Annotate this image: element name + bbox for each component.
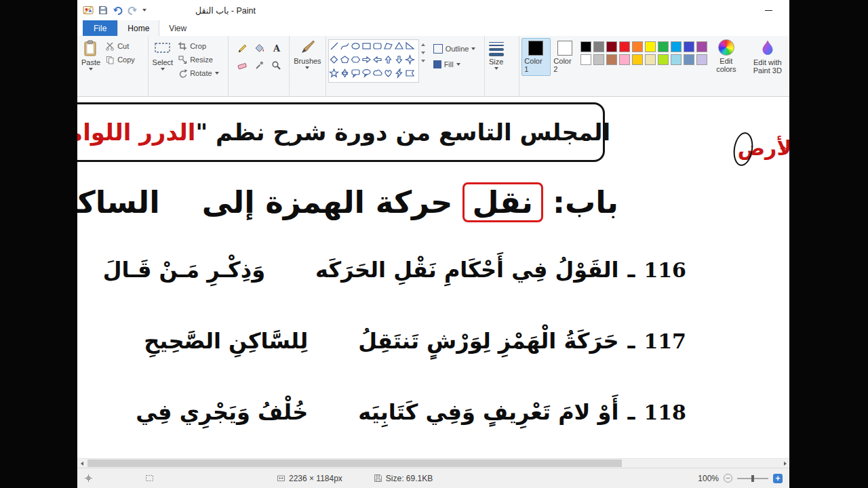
tab-file[interactable]: File: [83, 20, 117, 36]
edit-colors-button[interactable]: Edit colors: [709, 38, 744, 75]
shape-up-arrow-icon[interactable]: [385, 56, 391, 63]
crop-label: Crop: [190, 42, 206, 50]
color1-button[interactable]: Color 1: [521, 38, 551, 76]
color-swatch[interactable]: [632, 54, 643, 65]
verse-first-hemistich: أَوْ لامَ تَعْرِيفٍ وَفِي كَتَابِيَه: [358, 399, 618, 425]
text-tool-button[interactable]: A: [269, 41, 284, 56]
shape-oval-icon[interactable]: [352, 43, 359, 49]
shape-rectangle-icon[interactable]: [363, 43, 370, 49]
tab-view[interactable]: View: [159, 20, 196, 36]
edit-with-paint3d-button[interactable]: Edit with Paint 3D: [748, 38, 787, 76]
gallery-scroll-up-icon[interactable]: [421, 43, 425, 46]
save-icon[interactable]: [98, 5, 108, 15]
scrollbar-track[interactable]: [86, 459, 781, 468]
color-swatch[interactable]: [671, 41, 682, 52]
shape-five-point-star-icon[interactable]: [330, 69, 338, 77]
color-swatch[interactable]: [580, 41, 591, 52]
color-swatch[interactable]: [684, 54, 694, 65]
verse-second-hemistich: خُلْفُ وَيَجْرِي فِي: [136, 399, 308, 425]
color-swatch[interactable]: [645, 41, 656, 52]
shape-down-arrow-icon[interactable]: [396, 56, 401, 63]
shape-triangle-icon[interactable]: [395, 43, 403, 49]
canvas-horizontal-scrollbar[interactable]: [77, 458, 789, 468]
shape-hexagon-icon[interactable]: [351, 57, 359, 62]
color2-swatch: [557, 41, 572, 56]
scrollbar-thumb[interactable]: [87, 460, 622, 467]
pencil-tool-button[interactable]: [235, 41, 250, 56]
color-swatch[interactable]: [593, 54, 604, 65]
zoom-slider-thumb[interactable]: [751, 475, 754, 482]
color-swatch[interactable]: [658, 54, 669, 65]
crop-button[interactable]: Crop: [175, 39, 221, 52]
shape-lightning-icon[interactable]: [396, 69, 401, 77]
zoom-in-button[interactable]: +: [773, 474, 783, 483]
shape-line-icon[interactable]: [331, 43, 338, 49]
fill-button[interactable]: Fill: [431, 58, 479, 70]
shape-left-arrow-icon[interactable]: [374, 57, 381, 62]
shape-cloud-callout-icon[interactable]: [374, 70, 382, 75]
svg-text:A: A: [273, 43, 281, 54]
outline-dropdown-icon: [471, 47, 475, 50]
color-swatch[interactable]: [696, 54, 707, 65]
shape-right-arrow-icon[interactable]: [363, 57, 370, 62]
scroll-left-icon[interactable]: [77, 459, 86, 468]
shape-curve-icon[interactable]: [341, 43, 349, 49]
paint-canvas[interactable]: المجلس التاسع من دورة شرح نظم "الدرر الل…: [77, 97, 789, 458]
shape-diamond-icon[interactable]: [330, 56, 337, 63]
color-swatch[interactable]: [658, 41, 669, 52]
gallery-scroll-down-icon[interactable]: [421, 52, 425, 54]
select-button[interactable]: Select: [151, 38, 176, 72]
eraser-tool-button[interactable]: [235, 58, 250, 73]
color-swatch[interactable]: [619, 41, 630, 52]
shape-four-point-star-icon[interactable]: [406, 56, 414, 64]
color2-button[interactable]: Color 2: [551, 38, 580, 76]
resize-button[interactable]: Resize: [175, 53, 221, 66]
fill-label: Fill: [444, 60, 454, 68]
brushes-button[interactable]: Brushes: [292, 38, 323, 70]
shape-oval-callout-icon[interactable]: [363, 70, 370, 77]
color-swatch[interactable]: [632, 41, 643, 52]
color-swatch[interactable]: [684, 41, 694, 52]
paste-button[interactable]: Paste: [79, 38, 102, 72]
outline-button[interactable]: Outline: [431, 42, 479, 55]
fill-tool-button[interactable]: [252, 41, 267, 56]
shape-rounded-callout-icon[interactable]: [352, 70, 359, 77]
tab-home[interactable]: Home: [117, 20, 159, 36]
shape-rounded-rectangle-icon[interactable]: [374, 43, 381, 49]
letterbox-right: [789, 0, 868, 488]
zoom-level-text: 100%: [698, 474, 719, 483]
cut-button[interactable]: Cut: [102, 39, 138, 52]
color-swatch[interactable]: [606, 41, 617, 52]
customize-toolbar-icon[interactable]: [142, 9, 146, 12]
verse-number: 117: [644, 329, 686, 353]
shape-six-point-star-icon[interactable]: [342, 70, 347, 77]
rotate-button[interactable]: Rotate: [175, 66, 221, 79]
color-palette: [580, 38, 709, 66]
color-swatch[interactable]: [671, 54, 682, 65]
size-button[interactable]: Size: [487, 38, 506, 71]
minimize-button[interactable]: [758, 0, 778, 20]
color-swatch[interactable]: [606, 54, 617, 65]
shape-pentagon-icon[interactable]: [341, 56, 349, 63]
color-swatch[interactable]: [696, 41, 707, 52]
redo-icon[interactable]: [127, 5, 138, 16]
paint3d-icon: [760, 39, 776, 57]
shape-polygon-icon[interactable]: [384, 43, 392, 49]
magnifier-tool-button[interactable]: [269, 58, 284, 73]
color-swatch[interactable]: [593, 41, 604, 52]
scroll-right-icon[interactable]: [781, 459, 789, 468]
color-swatch[interactable]: [645, 54, 656, 65]
copy-button[interactable]: Copy: [102, 53, 138, 66]
bab-end: الساكن: [77, 184, 160, 220]
color-swatch[interactable]: [580, 54, 591, 65]
shape-right-triangle-icon[interactable]: [406, 43, 414, 49]
shape-banner-icon[interactable]: [406, 70, 414, 76]
verse-number: 118: [644, 401, 686, 424]
undo-icon[interactable]: [113, 5, 123, 16]
gallery-more-icon[interactable]: [421, 60, 425, 62]
zoom-slider[interactable]: [737, 474, 768, 483]
shape-heart-icon[interactable]: [384, 70, 391, 77]
zoom-out-button[interactable]: −: [724, 474, 732, 483]
color-swatch[interactable]: [619, 54, 630, 65]
color-picker-tool-button[interactable]: [252, 58, 267, 73]
